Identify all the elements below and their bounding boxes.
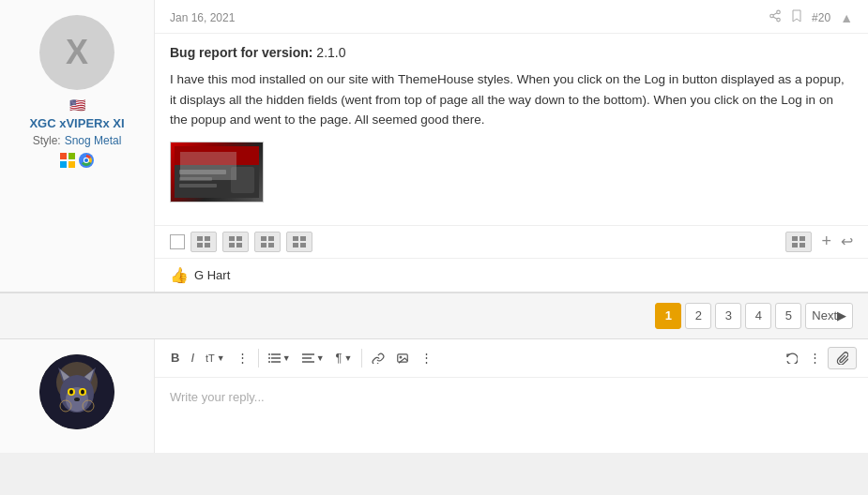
text-size-label: tT <box>206 352 215 364</box>
reply-editor: B I tT ▼ ⋮ ▼ ▼ ¶ ▼ <box>155 339 868 453</box>
toolbar-separator-2 <box>361 349 362 368</box>
windows-icon <box>60 153 75 168</box>
chrome-icon <box>79 153 94 168</box>
more3-button[interactable]: ⋮ <box>804 348 826 368</box>
svg-point-68 <box>401 356 403 358</box>
thumbs-up-icon: 👍 <box>170 266 189 284</box>
text-size-button[interactable]: tT ▼ <box>201 350 230 367</box>
undo-button[interactable] <box>781 350 802 367</box>
post-title-label: Bug report for version: <box>170 45 312 60</box>
reply-placeholder: Write your reply... <box>170 390 265 404</box>
svg-point-54 <box>81 389 84 394</box>
pagination-bar: 1 2 3 4 5 Next ▶ <box>0 292 868 339</box>
svg-rect-7 <box>69 161 75 168</box>
toolbar-icon-2[interactable] <box>222 232 249 252</box>
post-text: I have this mod installed on our site wi… <box>170 69 853 130</box>
reply-input-area[interactable]: Write your reply... <box>155 378 868 453</box>
us-flag-icon: 🇺🇸 <box>69 98 85 112</box>
select-checkbox[interactable] <box>170 234 185 249</box>
reaction-user[interactable]: G Hart <box>194 268 230 282</box>
post-version: 2.1.0 <box>316 45 345 60</box>
post-date: Jan 16, 2021 <box>170 11 235 24</box>
reply-container: B I tT ▼ ⋮ ▼ ▼ ¶ ▼ <box>0 339 868 453</box>
italic-button[interactable]: I <box>186 348 199 368</box>
style-link[interactable]: Snog Metal <box>65 134 122 147</box>
post-header: Jan 16, 2021 #20 ▲ <box>155 0 868 34</box>
author-style-row: Style: Snog Metal <box>33 134 122 147</box>
svg-rect-6 <box>60 161 67 168</box>
svg-point-55 <box>74 398 80 401</box>
svg-point-62 <box>268 357 270 359</box>
toolbar-icon-3[interactable] <box>254 232 281 252</box>
bold-button[interactable]: B <box>166 348 184 368</box>
svg-rect-37 <box>293 243 298 248</box>
svg-rect-24 <box>205 236 210 241</box>
page-button-2[interactable]: 2 <box>685 303 711 329</box>
svg-point-13 <box>770 14 774 18</box>
svg-point-11 <box>84 158 88 162</box>
toolbar-right-actions: + ↩ <box>785 232 853 252</box>
add-reaction-icon[interactable]: + <box>821 232 831 251</box>
svg-rect-18 <box>175 146 259 165</box>
link-button[interactable] <box>367 350 389 367</box>
format-arrow: ▼ <box>344 353 353 363</box>
reaction-bar: 👍 G Hart <box>155 258 868 292</box>
svg-rect-28 <box>236 236 242 241</box>
page-button-1[interactable]: 1 <box>655 303 681 329</box>
bold-label: B <box>171 351 179 365</box>
bookmark-icon[interactable] <box>791 9 802 25</box>
toolbar-separator-1 <box>258 349 259 368</box>
svg-point-63 <box>268 361 270 363</box>
post-content: Jan 16, 2021 #20 ▲ Bug re <box>155 0 868 292</box>
svg-rect-41 <box>792 243 798 248</box>
reply-editor-toolbar: B I tT ▼ ⋮ ▼ ▼ ¶ ▼ <box>155 339 868 378</box>
svg-rect-27 <box>229 236 235 241</box>
svg-rect-34 <box>268 243 274 248</box>
svg-rect-32 <box>268 236 274 241</box>
align-arrow: ▼ <box>316 353 325 363</box>
svg-rect-4 <box>60 153 67 159</box>
svg-rect-42 <box>799 243 805 248</box>
toolbar-icon-4[interactable] <box>286 232 312 252</box>
page-button-5[interactable]: 5 <box>775 303 801 329</box>
post-title: Bug report for version: 2.1.0 <box>170 45 853 60</box>
author-username[interactable]: XGC xVIPERx XI <box>29 116 124 130</box>
toolbar-icon-1[interactable] <box>190 232 217 252</box>
svg-rect-39 <box>792 236 798 241</box>
reply-icon[interactable]: ↩ <box>841 232 853 250</box>
svg-rect-25 <box>197 243 203 248</box>
svg-line-15 <box>773 17 777 19</box>
collapse-icon[interactable]: ▲ <box>840 10 853 25</box>
format-label: ¶ <box>336 351 343 365</box>
image-button[interactable] <box>391 350 414 367</box>
page-button-3[interactable]: 3 <box>715 303 741 329</box>
list-button[interactable]: ▼ <box>264 350 296 366</box>
next-arrow-icon: ▶ <box>837 308 846 322</box>
svg-point-61 <box>268 353 270 355</box>
svg-point-53 <box>69 389 73 394</box>
reply-author-sidebar <box>0 339 155 453</box>
attachment-button[interactable] <box>828 347 857 369</box>
next-label: Next <box>812 308 837 322</box>
svg-rect-5 <box>69 153 75 159</box>
align-button[interactable]: ▼ <box>297 350 329 366</box>
avatar: X <box>39 15 114 90</box>
next-page-button[interactable]: Next ▶ <box>805 303 853 329</box>
svg-rect-22 <box>231 167 254 193</box>
svg-rect-29 <box>229 243 235 248</box>
svg-rect-36 <box>300 236 306 241</box>
page-button-4[interactable]: 4 <box>745 303 771 329</box>
list-arrow: ▼ <box>282 353 291 363</box>
svg-rect-35 <box>293 236 298 241</box>
svg-rect-21 <box>179 184 217 188</box>
text-more-button[interactable]: ⋮ <box>232 348 253 368</box>
share-icon[interactable] <box>769 9 782 25</box>
format-button[interactable]: ¶ ▼ <box>331 348 358 368</box>
post-image-thumbnail[interactable] <box>170 142 264 202</box>
toolbar-icon-5[interactable] <box>785 232 812 252</box>
svg-rect-19 <box>179 170 226 174</box>
svg-rect-26 <box>205 243 210 248</box>
reply-avatar <box>39 354 114 429</box>
svg-rect-30 <box>236 243 242 248</box>
more2-button[interactable]: ⋮ <box>416 348 437 368</box>
